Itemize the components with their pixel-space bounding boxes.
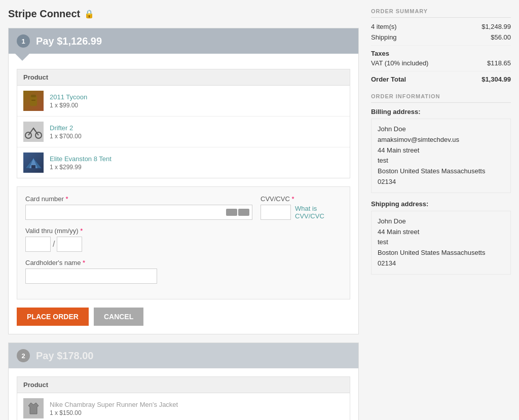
form-row-main: Card number * (25, 195, 342, 291)
shipping-street: 44 Main street (378, 227, 504, 238)
product-image-1 (23, 91, 44, 111)
cardholder-group: Cardholder's name * (25, 259, 252, 284)
card-number-input[interactable] (25, 205, 252, 220)
cancel-button[interactable]: CANCEL (94, 308, 143, 326)
valid-thru-group: Valid thru (mm/yy) * / (25, 227, 252, 252)
required-star-2: * (80, 227, 83, 235)
form-left: Card number * (25, 195, 252, 291)
valid-thru-row: / (25, 237, 252, 252)
order-info-section: ORDER INFORMATION Billing address: John … (371, 93, 511, 275)
taxes-label: Taxes (371, 50, 511, 57)
product-name-1[interactable]: 2011 Tycoon (50, 93, 344, 101)
payment2-amount: Pay $178.00 (36, 350, 93, 362)
summary-total-value: $1,304.99 (481, 75, 511, 83)
billing-city: test (378, 156, 504, 166)
shipping-location: Boston United States Massachusetts 02134 (378, 248, 504, 269)
shipping-address-label: Shipping address: (371, 200, 511, 208)
card-icon (226, 209, 249, 216)
card-chip-2 (238, 209, 249, 216)
product-info-2: Drifter 2 1 x $700.00 (50, 124, 344, 140)
card-number-label: Card number * (25, 195, 252, 203)
cvv-group: CVV/CVC * What is CVV/CVC (261, 195, 342, 220)
form-right: CVV/CVC * What is CVV/CVC (261, 195, 342, 227)
product-table-header-1: Product (17, 69, 350, 86)
svg-rect-7 (31, 165, 35, 168)
product-row-2: Drifter 2 1 x $700.00 (17, 117, 350, 147)
billing-email: amaksimov@simtechdev.us (378, 135, 504, 145)
product-qty-1: 1 x $99.00 (50, 102, 344, 109)
billing-address-box: John Doe amaksimov@simtechdev.us 44 Main… (371, 119, 511, 193)
summary-vat-value: $118.65 (487, 59, 511, 67)
summary-total-label: Order Total (371, 75, 406, 83)
step2-circle: 2 (17, 349, 30, 362)
product-row-1: 2011 Tycoon 1 x $99.00 (17, 86, 350, 117)
payment-block-1: 1 Pay $1,126.99 Product 2011 Tycoon 1 x … (8, 28, 359, 334)
order-summary-section: ORDER SUMMARY 4 item(s) $1,248.99 Shippi… (371, 8, 511, 83)
product-info-3: Elite Evanston 8 Tent 1 x $299.99 (50, 155, 344, 171)
summary-shipping-label: Shipping (371, 33, 397, 41)
product-qty-3: 1 x $299.99 (50, 164, 344, 171)
shipping-city: test (378, 237, 504, 248)
card-number-wrapper (25, 205, 252, 220)
product-image-jacket (23, 398, 44, 418)
cvv-input[interactable] (261, 205, 291, 220)
product-qty-jacket: 1 x $150.00 (50, 409, 344, 416)
cvv-label: CVV/CVC * (261, 195, 342, 203)
billing-location: Boston United States Massachusetts 02134 (378, 166, 504, 187)
product-qty-2: 1 x $700.00 (50, 133, 344, 140)
billing-address-label: Billing address: (371, 108, 511, 116)
order-summary-title: ORDER SUMMARY (371, 8, 511, 18)
summary-divider-1 (371, 45, 511, 46)
product-name-jacket[interactable]: Nike Chambray Super Runner Men's Jacket (50, 401, 344, 408)
year-input[interactable] (57, 237, 82, 252)
cardholder-input[interactable] (25, 269, 157, 284)
required-star-1: * (66, 195, 68, 203)
summary-total-row: Order Total $1,304.99 (371, 75, 511, 83)
summary-items-label: 4 item(s) (371, 23, 397, 30)
summary-divider-2 (371, 71, 511, 71)
product-row-3: Elite Evanston 8 Tent 1 x $299.99 (17, 147, 350, 178)
svg-rect-2 (31, 100, 35, 101)
required-star-3: * (83, 259, 85, 266)
payment2-header: 2 Pay $178.00 (9, 343, 358, 368)
cardholder-label: Cardholder's name * (25, 259, 252, 266)
summary-shipping-value: $56.00 (491, 33, 511, 41)
billing-street: 44 Main street (378, 145, 504, 156)
product-table-header-2: Product (17, 377, 350, 393)
shipping-address-box: John Doe 44 Main street test Boston Unit… (371, 211, 511, 275)
month-input[interactable] (25, 237, 51, 252)
page-title: Stripe Connect (8, 8, 80, 20)
form-buttons: PLACE ORDER CANCEL (17, 308, 350, 326)
card-form: Card number * (17, 186, 350, 299)
payment-block-2: 2 Pay $178.00 Product Nike Chambray Supe… (8, 342, 359, 420)
product-info-1: 2011 Tycoon 1 x $99.00 (50, 93, 344, 109)
card-chip-1 (226, 209, 237, 216)
summary-vat-label: VAT (10% included) (371, 59, 428, 67)
place-order-button[interactable]: PLACE ORDER (17, 308, 89, 326)
payment1-header: 1 Pay $1,126.99 (9, 28, 358, 54)
required-star-4: * (291, 195, 294, 203)
product-name-3[interactable]: Elite Evanston 8 Tent (50, 155, 344, 163)
svg-rect-1 (31, 95, 36, 97)
product-row-jacket: Nike Chambray Super Runner Men's Jacket … (17, 393, 350, 420)
cvv-input-row: What is CVV/CVC (261, 205, 342, 220)
summary-shipping-row: Shipping $56.00 (371, 33, 511, 41)
sidebar: ORDER SUMMARY 4 item(s) $1,248.99 Shippi… (359, 8, 511, 420)
summary-items-value: $1,248.99 (481, 23, 511, 30)
header-arrow (15, 54, 29, 61)
product-name-2[interactable]: Drifter 2 (50, 124, 344, 132)
summary-items-row: 4 item(s) $1,248.99 (371, 23, 511, 30)
payment1-amount: Pay $1,126.99 (36, 35, 102, 47)
cvv-help-link[interactable]: What is CVV/CVC (295, 205, 342, 220)
product-image-2 (23, 122, 44, 142)
product-image-3 (23, 152, 44, 173)
product-table-1: Product 2011 Tycoon 1 x $99.00 D (17, 69, 350, 178)
billing-name: John Doe (378, 124, 504, 135)
order-info-title: ORDER INFORMATION (371, 93, 511, 103)
slash-divider: / (53, 240, 55, 249)
product-table-2: Product Nike Chambray Super Runner Men's… (17, 376, 350, 420)
shipping-name: John Doe (378, 216, 504, 227)
product-info-jacket: Nike Chambray Super Runner Men's Jacket … (50, 401, 344, 416)
summary-vat-row: VAT (10% included) $118.65 (371, 59, 511, 67)
step1-circle: 1 (17, 34, 30, 48)
